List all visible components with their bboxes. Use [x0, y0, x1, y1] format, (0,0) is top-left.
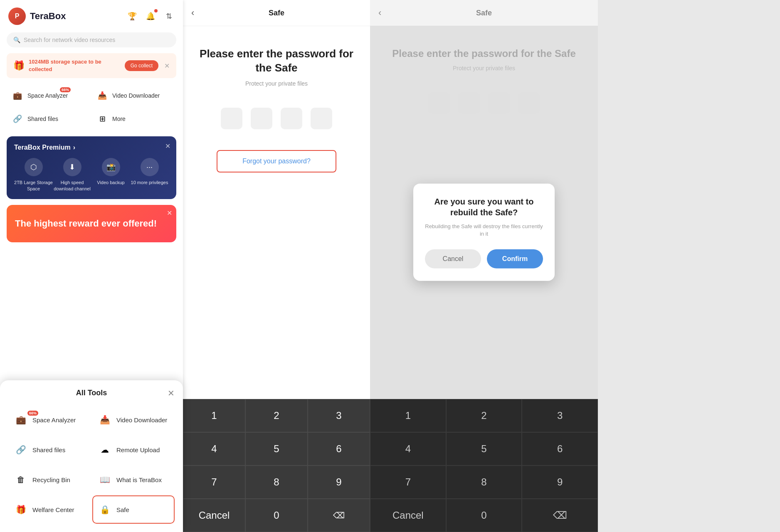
tools-grid: 💼 Space Analyzer 66% 📥 Video Downloader … [8, 406, 175, 524]
app-header: P TeraBox 🏆 🔔 ⇅ [0, 0, 183, 32]
key-9[interactable]: 9 [308, 466, 370, 499]
more-icon: ⊞ [96, 113, 108, 125]
key-4[interactable]: 4 [183, 432, 245, 466]
right-panel-header: ‹ Safe [370, 0, 598, 26]
right-keypad-row-2: 4 5 6 [370, 432, 598, 466]
storage-label: 2TB Large Storage Space [14, 180, 53, 192]
keypad-row-2: 4 5 6 [183, 432, 370, 466]
key-0[interactable]: 0 [245, 499, 308, 532]
space-analyzer-icon: 💼 [12, 90, 23, 101]
tgi-safe[interactable]: 🔒 Safe [92, 495, 175, 524]
confirm-dialog: Are you sure you want to rebuild the Saf… [413, 183, 555, 281]
safe-panel-header: ‹ Safe [183, 0, 370, 26]
tgi-space-analyzer-icon: 💼 [14, 413, 27, 426]
keypad-row-3: 7 8 9 [183, 466, 370, 499]
notification-badge [154, 9, 158, 12]
right-panel-title: Safe [476, 9, 492, 17]
backup-icon: 📸 [102, 158, 120, 176]
right-key-5[interactable]: 5 [446, 432, 522, 466]
right-key-2[interactable]: 2 [446, 399, 522, 432]
premium-close-button[interactable]: ✕ [165, 142, 170, 150]
right-key-9[interactable]: 9 [522, 466, 598, 499]
pin-dot-4 [311, 108, 332, 129]
tgi-what-is-terabox[interactable]: 📖 What is TeraBox [92, 466, 175, 494]
tgi-space-analyzer[interactable]: 💼 Space Analyzer 66% [8, 406, 91, 434]
confirm-button[interactable]: Confirm [487, 249, 543, 268]
premium-feature-backup[interactable]: 📸 Video backup [91, 158, 130, 192]
right-key-6[interactable]: 6 [522, 432, 598, 466]
pin-dot-1 [221, 108, 242, 129]
promo-close-button[interactable]: ✕ [164, 62, 170, 70]
right-pin-dots [428, 92, 540, 114]
key-6[interactable]: 6 [308, 432, 370, 466]
premium-icon[interactable]: 🏆 [126, 10, 138, 22]
reward-close-button[interactable]: ✕ [167, 209, 172, 217]
key-5[interactable]: 5 [245, 432, 308, 466]
back-button[interactable]: ‹ [191, 7, 194, 18]
premium-feature-storage[interactable]: ⬡ 2TB Large Storage Space [14, 158, 53, 192]
go-collect-button[interactable]: Go collect [125, 60, 158, 71]
right-pin-dot-2 [458, 92, 480, 114]
premium-feature-download[interactable]: ⬇ High speed download channel [53, 158, 91, 192]
right-keypad-row-4: Cancel 0 ⌫ [370, 499, 598, 532]
key-backspace[interactable]: ⌫ [308, 499, 370, 532]
shared-files-label: Shared files [27, 116, 58, 122]
all-tools-close-button[interactable]: ✕ [168, 388, 175, 398]
right-pin-dot-3 [488, 92, 510, 114]
right-key-3[interactable]: 3 [522, 399, 598, 432]
tgi-shared-files[interactable]: 🔗 Shared files [8, 436, 91, 464]
right-key-8[interactable]: 8 [446, 466, 522, 499]
tgi-video-downloader[interactable]: 📥 Video Downloader [92, 406, 175, 434]
forgot-password-button[interactable]: Forgot your password? [217, 150, 336, 172]
key-8[interactable]: 8 [245, 466, 308, 499]
premium-title[interactable]: TeraBox Premium › [14, 144, 169, 151]
right-keypad-row-1: 1 2 3 [370, 399, 598, 432]
brand-name: TeraBox [30, 11, 122, 22]
tgi-remote-upload[interactable]: ☁ Remote Upload [92, 436, 175, 464]
key-1[interactable]: 1 [183, 399, 245, 432]
pin-dots [221, 108, 332, 129]
avatar[interactable]: P [8, 7, 26, 25]
right-key-4[interactable]: 4 [370, 432, 446, 466]
key-2[interactable]: 2 [245, 399, 308, 432]
tgi-recycling-bin[interactable]: 🗑 Recycling Bin [8, 466, 91, 494]
video-downloader-item[interactable]: 📥 Video Downloader [91, 84, 176, 107]
premium-card: TeraBox Premium › ✕ ⬡ 2TB Large Storage … [7, 136, 176, 199]
all-tools-header: All Tools ✕ [8, 389, 175, 397]
keypad: 1 2 3 4 5 6 7 8 9 Cancel 0 ⌫ [183, 399, 370, 532]
video-downloader-icon: 📥 [96, 90, 108, 101]
search-placeholder: Search for network video resources [24, 37, 115, 43]
filler [598, 0, 780, 532]
right-key-backspace[interactable]: ⌫ [522, 499, 598, 532]
key-7[interactable]: 7 [183, 466, 245, 499]
tgi-remote-upload-icon: ☁ [98, 443, 111, 456]
key-cancel[interactable]: Cancel [183, 499, 245, 532]
tgi-space-analyzer-label: Space Analyzer [32, 416, 76, 424]
premium-feature-more[interactable]: ··· 10 more privileges [130, 158, 169, 192]
sync-icon[interactable]: ⇅ [163, 10, 175, 22]
pin-dot-2 [251, 108, 272, 129]
tgi-terabox-label: What is TeraBox [116, 476, 162, 483]
tgi-remote-upload-label: Remote Upload [116, 446, 160, 453]
more-item[interactable]: ⊞ More [91, 107, 176, 131]
right-key-0[interactable]: 0 [446, 499, 522, 532]
tgi-welfare-center[interactable]: 🎁 Welfare Center [8, 495, 91, 524]
cancel-button[interactable]: Cancel [425, 249, 481, 268]
all-tools-title: All Tools [76, 389, 107, 397]
right-safe-heading: Please enter the password for the Safe [392, 47, 575, 60]
right-key-1[interactable]: 1 [370, 399, 446, 432]
space-analyzer-item[interactable]: 💼 Space Analyzer 66% [7, 84, 91, 107]
shared-files-item[interactable]: 🔗 Shared files [7, 107, 91, 131]
right-key-cancel[interactable]: Cancel [370, 499, 446, 532]
right-back-button[interactable]: ‹ [378, 7, 381, 18]
confirm-title: Are you sure you want to rebuild the Saf… [425, 196, 543, 217]
search-bar[interactable]: 🔍 Search for network video resources [7, 32, 176, 47]
tgi-video-downloader-icon: 📥 [98, 413, 111, 426]
notification-icon[interactable]: 🔔 [145, 10, 156, 22]
download-label: High speed download channel [53, 180, 91, 192]
right-key-7[interactable]: 7 [370, 466, 446, 499]
key-3[interactable]: 3 [308, 399, 370, 432]
promo-banner: 🎁 1024MB storage space to be collected G… [7, 53, 176, 78]
more-label: More [112, 116, 126, 122]
right-keypad: 1 2 3 4 5 6 7 8 9 Cancel 0 ⌫ [370, 399, 598, 532]
